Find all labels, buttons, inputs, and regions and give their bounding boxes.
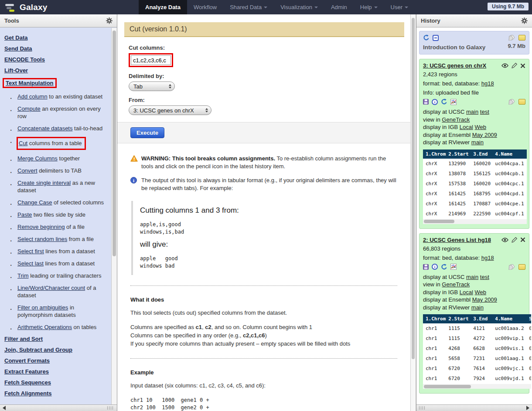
tool-category-extract-features[interactable]: Extract Features (4, 368, 106, 375)
collapse-right-panel-icon[interactable] (526, 406, 529, 410)
tool-item-add-column[interactable]: ▪Add column to an existing dataset (4, 93, 106, 100)
display-link[interactable]: main (471, 304, 484, 311)
tags-icon[interactable] (508, 99, 515, 105)
dataset-info-icon[interactable]: i (432, 264, 438, 270)
tool-category-send-data[interactable]: Send Data (4, 45, 106, 52)
tools-scrollbar[interactable] (111, 28, 117, 404)
annotation-note-icon[interactable] (518, 99, 525, 105)
scrollbar-thumb[interactable] (424, 220, 454, 223)
rerun-icon[interactable] (441, 264, 447, 270)
tool-category-encode-tools[interactable]: ENCODE Tools (4, 56, 106, 63)
history-name[interactable]: Introduction to Galaxy (423, 44, 485, 51)
collapse-left-panel-icon[interactable] (3, 406, 6, 410)
table-h-scrollbar[interactable] (423, 219, 527, 224)
tool-item-select-random-lines[interactable]: ▪Select random lines from a file (4, 235, 106, 243)
execute-band: Execute (117, 122, 410, 143)
nav-user[interactable]: User (384, 0, 415, 14)
tool-category-filter-and-sort[interactable]: Filter and Sort (4, 336, 106, 342)
tags-icon[interactable] (508, 35, 515, 41)
tool-item-remove-beginning[interactable]: ▪Remove beginning of a file (4, 223, 106, 231)
dataset-title-link[interactable]: 2: UCSC Genes List hg18 (423, 237, 491, 243)
tool-item-trim[interactable]: ▪Trim leading or trailing characters (4, 272, 106, 279)
pencil-icon[interactable] (512, 63, 517, 68)
tags-icon[interactable] (508, 264, 515, 270)
tool-item-concatenate[interactable]: ▪Concatenate datasets tail-to-head (4, 125, 106, 132)
nav-visualization[interactable]: Visualization (274, 0, 324, 14)
display-link[interactable]: main (471, 139, 484, 146)
nav-analyze-data[interactable]: Analyze Data (139, 0, 187, 14)
save-icon[interactable] (423, 264, 429, 270)
display-link[interactable]: Web (475, 289, 487, 296)
tool-category-join-subtract-group[interactable]: Join, Subtract and Group (4, 346, 106, 353)
cut-columns-input[interactable] (131, 55, 171, 65)
table-h-scrollbar[interactable] (423, 384, 531, 389)
rerun-icon[interactable] (441, 99, 447, 105)
usage-badge[interactable]: Using 9.7 Mb (488, 3, 529, 10)
tool-item-paste[interactable]: ▪Paste two files side by side (4, 211, 106, 218)
tool-item-change-case[interactable]: ▪Change Case of selected columns (4, 199, 106, 206)
eye-icon[interactable] (501, 238, 508, 242)
display-link[interactable]: GeneTrack (442, 281, 470, 288)
nav-workflow[interactable]: Workflow (187, 0, 223, 14)
resize-grip[interactable] (419, 406, 426, 410)
annotation-note-icon[interactable] (518, 35, 525, 41)
tool-item-filter-ambiguities[interactable]: ▪Filter on ambiguities in polymorphism d… (4, 304, 106, 319)
tool-item-arithmetic-operations[interactable]: ▪Arithmetic Operations on tables (4, 323, 106, 331)
delete-x-icon[interactable] (520, 237, 525, 242)
gear-icon[interactable] (521, 17, 528, 24)
display-link[interactable]: test (480, 274, 489, 280)
center-scrollbar[interactable] (410, 14, 416, 411)
resize-grip[interactable] (107, 406, 114, 410)
tool-category-convert-formats[interactable]: Convert Formats (4, 357, 106, 364)
database-link[interactable]: hg18 (481, 255, 494, 261)
tool-title: Cut (version 1.0.1) (124, 22, 404, 37)
annotation-note-icon[interactable] (518, 264, 525, 270)
gear-icon[interactable] (106, 17, 113, 24)
display-link[interactable]: Local (460, 289, 473, 296)
collapse-history-icon[interactable] (433, 35, 439, 41)
bullet-icon: ▪ (10, 213, 12, 220)
display-link[interactable]: main (466, 109, 478, 115)
scrollbar-thumb[interactable] (113, 31, 116, 256)
brand[interactable]: Galaxy (0, 0, 139, 14)
display-link[interactable]: GeneTrack (442, 116, 470, 123)
execute-button[interactable]: Execute (130, 127, 164, 138)
tool-item-merge-columns[interactable]: ▪Merge Columns together (4, 155, 106, 162)
refresh-icon[interactable] (423, 34, 430, 41)
visualize-chart-icon[interactable] (450, 99, 457, 105)
display-link[interactable]: Web (475, 124, 487, 130)
display-link[interactable]: May 2009 (472, 132, 497, 138)
delete-x-icon[interactable] (520, 63, 525, 68)
nav-admin[interactable]: Admin (324, 0, 354, 14)
tool-item-select-first[interactable]: ▪Select first lines from a dataset (4, 248, 106, 255)
tool-item-cut[interactable]: ▪Cut columns from a table (4, 137, 106, 150)
tool-category-lift-over[interactable]: Lift-Over (4, 67, 106, 74)
database-link[interactable]: hg18 (481, 80, 494, 87)
tool-item-create-single-interval[interactable]: ▪Create single interval as a new dataset (4, 179, 106, 194)
tool-category-fetch-sequences[interactable]: Fetch Sequences (4, 379, 106, 386)
tool-category-get-data[interactable]: Get Data (4, 34, 106, 41)
dataset-title-link[interactable]: 3: UCSC genes on chrX (423, 62, 486, 69)
display-link[interactable]: May 2009 (472, 296, 497, 303)
pencil-icon[interactable] (512, 237, 517, 243)
display-link[interactable]: test (480, 109, 489, 115)
tool-item-line-word-char-count[interactable]: ▪Line/Word/Character count of a dataset (4, 284, 106, 299)
display-link[interactable]: main (466, 274, 478, 280)
save-icon[interactable] (423, 99, 429, 105)
tool-item-compute[interactable]: ▪Compute an expression on every row (4, 105, 106, 120)
tool-category-fetch-alignments[interactable]: Fetch Alignments (4, 390, 106, 397)
tool-category-text-manipulation[interactable]: Text Manipulation (4, 78, 106, 88)
tool-item-select-last[interactable]: ▪Select last lines from a dataset (4, 260, 106, 267)
eye-icon[interactable] (501, 63, 508, 68)
scrollbar-thumb[interactable] (424, 385, 471, 388)
cut-tool-form: Cut columns: Delimited by: Tab From: 3: … (117, 37, 410, 115)
nav-help[interactable]: Help (354, 0, 384, 14)
from-dataset-select[interactable]: 3: UCSC genes on chrX (129, 105, 211, 115)
tool-item-convert[interactable]: ▪Convert delimiters to TAB (4, 167, 106, 174)
delimited-by-select[interactable]: Tab (129, 82, 175, 91)
dataset-info-icon[interactable]: i (432, 99, 438, 105)
visualize-chart-icon[interactable] (450, 264, 457, 270)
nav-shared-data[interactable]: Shared Data (223, 0, 274, 14)
display-link[interactable]: Local (460, 124, 473, 130)
scrollbar-thumb[interactable] (412, 18, 415, 359)
